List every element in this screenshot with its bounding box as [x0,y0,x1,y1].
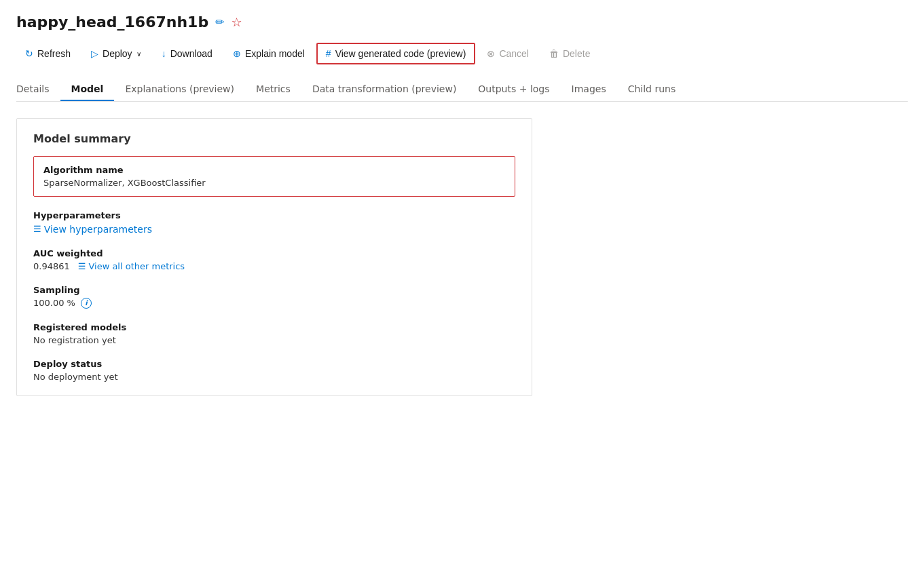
favorite-icon[interactable]: ☆ [232,15,242,29]
deploy-button[interactable]: ▷ Deploy ∨ [82,43,150,64]
hyperparameters-label: Hyperparameters [33,210,515,220]
download-label: Download [170,48,212,59]
refresh-icon: ↻ [25,48,33,59]
deploy-label: Deploy [103,48,132,59]
registered-models-label: Registered models [33,322,515,332]
view-hyperparameters-label: View hyperparameters [44,224,152,235]
auc-weighted-label: AUC weighted [33,248,515,258]
hash-icon: # [326,48,331,59]
deploy-status-value: No deployment yet [33,372,515,382]
cancel-label: Cancel [499,48,529,59]
list-icon: ☰ [33,224,41,234]
tab-model[interactable]: Model [60,78,115,101]
tab-metrics[interactable]: Metrics [245,78,301,101]
refresh-label: Refresh [37,48,71,59]
deploy-status-section: Deploy status No deployment yet [33,359,515,382]
explain-icon: ⊕ [233,48,241,59]
tab-details[interactable]: Details [16,78,60,101]
tab-child-runs[interactable]: Child runs [617,78,687,101]
algorithm-name-section: Algorithm name SparseNormalizer, XGBoost… [33,156,515,197]
model-summary-card: Model summary Algorithm name SparseNorma… [16,118,532,396]
hyperparameters-section: Hyperparameters ☰ View hyperparameters [33,210,515,235]
tabs: Details Model Explanations (preview) Met… [16,78,908,102]
algorithm-name-label: Algorithm name [43,165,505,175]
view-hyperparameters-link[interactable]: ☰ View hyperparameters [33,224,152,235]
explain-model-button[interactable]: ⊕ Explain model [224,43,314,64]
refresh-button[interactable]: ↻ Refresh [16,43,79,64]
toolbar: ↻ Refresh ▷ Deploy ∨ ↓ Download ⊕ Explai… [16,43,908,64]
auc-value: 0.94861 [33,261,70,271]
view-generated-code-label: View generated code (preview) [335,48,466,59]
tab-outputs-logs[interactable]: Outputs + logs [467,78,560,101]
explain-model-label: Explain model [245,48,305,59]
delete-icon: 🗑 [549,48,559,59]
view-all-other-metrics-link[interactable]: ☰ View all other metrics [78,261,185,271]
view-other-metrics-label: View all other metrics [88,261,185,271]
auc-weighted-section: AUC weighted 0.94861 ☰ View all other me… [33,248,515,271]
model-summary-title: Model summary [33,132,515,145]
deploy-icon: ▷ [91,48,98,59]
sampling-section: Sampling 100.00 % i [33,285,515,309]
delete-label: Delete [563,48,590,59]
sampling-label: Sampling [33,285,515,295]
algorithm-name-value: SparseNormalizer, XGBoostClassifier [43,178,505,188]
metrics-list-icon: ☰ [78,261,86,271]
sampling-info-icon[interactable]: i [81,298,92,309]
registered-models-section: Registered models No registration yet [33,322,515,345]
view-generated-code-button[interactable]: # View generated code (preview) [316,43,476,64]
page-title: happy_head_1667nh1b [16,14,208,31]
sampling-value: 100.00 % [33,298,75,308]
deploy-chevron-icon: ∨ [136,50,141,58]
delete-button[interactable]: 🗑 Delete [540,43,599,64]
registered-models-value: No registration yet [33,335,515,345]
download-icon: ↓ [162,48,166,59]
cancel-button[interactable]: ⊗ Cancel [478,43,538,64]
edit-icon[interactable]: ✏ [215,16,224,28]
tab-images[interactable]: Images [561,78,617,101]
tab-explanations[interactable]: Explanations (preview) [114,78,245,101]
deploy-status-label: Deploy status [33,359,515,369]
download-button[interactable]: ↓ Download [153,43,221,64]
cancel-icon: ⊗ [487,48,495,59]
tab-data-transformation[interactable]: Data transformation (preview) [301,78,467,101]
